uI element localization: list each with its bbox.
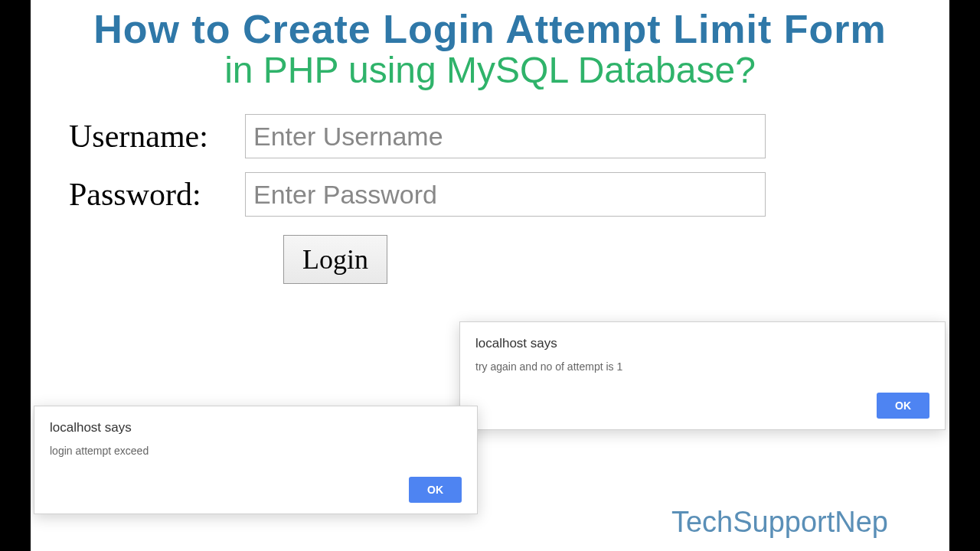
page-canvas: How to Create Login Attempt Limit Form i… <box>31 0 949 551</box>
login-button[interactable]: Login <box>283 235 387 284</box>
ok-button[interactable]: OK <box>877 393 929 419</box>
alert-message: login attempt exceed <box>50 445 462 457</box>
alert-actions: OK <box>50 477 462 503</box>
alert-dialog-exceed: localhost says login attempt exceed OK <box>34 406 478 514</box>
alert-title: localhost says <box>50 420 462 435</box>
ok-button[interactable]: OK <box>409 477 462 503</box>
username-row: Username: <box>69 114 949 158</box>
alert-actions: OK <box>475 393 929 419</box>
alert-dialog-attempt: localhost says try again and no of attem… <box>459 321 946 430</box>
page-title-line1: How to Create Login Attempt Limit Form <box>31 0 949 52</box>
page-title-line2: in PHP using MySQL Database? <box>31 49 949 91</box>
login-form: Username: Password: Login <box>31 114 949 284</box>
password-label: Password: <box>69 176 245 213</box>
password-input[interactable] <box>245 172 766 217</box>
brand-label: TechSupportNep <box>671 506 888 539</box>
alert-title: localhost says <box>475 336 929 351</box>
alert-message: try again and no of attempt is 1 <box>475 360 929 373</box>
username-input[interactable] <box>245 114 766 158</box>
password-row: Password: <box>69 172 949 217</box>
username-label: Username: <box>69 118 245 155</box>
